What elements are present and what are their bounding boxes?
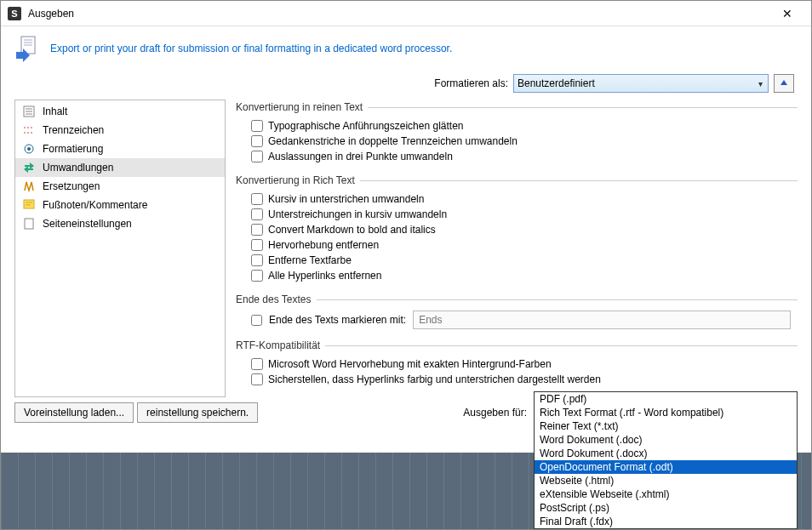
- group-endtext: Ende des Textes Ende des Texts markieren…: [236, 293, 798, 331]
- plain-chk-1[interactable]: [251, 135, 263, 147]
- rich-lbl-0: Kursiv in unterstrichen umwandeln: [268, 193, 424, 205]
- plain-lbl-2: Auslassungen in drei Punkte umwandeln: [268, 151, 453, 162]
- load-preset-button[interactable]: Voreinstellung laden...: [14, 402, 134, 423]
- dropdown-opt-5[interactable]: OpenDocument Format (.odt): [535, 460, 797, 474]
- dropdown-opt-4[interactable]: Word Dokument (.docx): [535, 447, 797, 460]
- group-plaintext: Konvertierung in reinen Text Typographis…: [236, 101, 798, 166]
- rich-chk-3[interactable]: [251, 239, 263, 251]
- format-row: Formatieren als: Benutzerdefiniert: [1, 71, 811, 100]
- legend-plaintext: Konvertierung in reinen Text: [236, 101, 368, 113]
- header: Export or print your draft for submissio…: [1, 26, 811, 71]
- sidebar-item-3[interactable]: Umwandlungen: [15, 158, 225, 177]
- sidebar-item-2[interactable]: Formatierung: [15, 140, 225, 158]
- replace-icon: [22, 180, 36, 193]
- notes-icon: [22, 198, 36, 212]
- dropdown-opt-0[interactable]: PDF (.pdf): [535, 392, 797, 406]
- rich-lbl-4: Entferne Textfarbe: [268, 254, 352, 266]
- body: InhaltTrennzeichenFormatierungUmwandlung…: [1, 100, 811, 397]
- group-rtfcompat: RTF-Kompatibilität Microsoft Word Hervor…: [236, 339, 798, 389]
- transform-icon: [22, 161, 36, 174]
- dropdown-opt-7[interactable]: eXtensible Webseite (.xhtml): [535, 487, 797, 501]
- plain-lbl-0: Typographische Anführungszeichen glätten: [268, 120, 464, 132]
- rich-lbl-2: Convert Markdown to bold and italics: [268, 224, 436, 236]
- end-input[interactable]: [413, 311, 791, 329]
- rtf-chk-1[interactable]: [251, 373, 263, 385]
- sidebar-item-0[interactable]: Inhalt: [15, 102, 225, 121]
- plain-lbl-1: Gedankenstriche in doppelte Trennzeichen…: [268, 135, 518, 147]
- sidebar-item-1[interactable]: Trennzeichen: [15, 121, 225, 140]
- titlebar: S Ausgeben ✕: [1, 1, 811, 26]
- end-label: Ende des Texts markieren mit:: [269, 314, 406, 326]
- dropdown-opt-2[interactable]: Reiner Text (*.txt): [535, 419, 797, 433]
- sidebar-label: Trennzeichen: [43, 124, 104, 136]
- rtf-lbl-0: Microsoft Word Hervorhebung mit exakten …: [268, 358, 552, 370]
- export-icon: [14, 35, 42, 62]
- rich-chk-2[interactable]: [251, 224, 263, 236]
- sidebar-item-4[interactable]: Ersetzungen: [15, 177, 225, 196]
- rich-lbl-5: Alle Hyperlinks entfernen: [268, 270, 381, 282]
- dropdown-opt-6[interactable]: Webseite (.html): [535, 474, 797, 487]
- export-dialog: S Ausgeben ✕ Export or print your draft …: [0, 0, 812, 530]
- sidebar: InhaltTrennzeichenFormatierungUmwandlung…: [14, 100, 226, 397]
- dropdown-opt-3[interactable]: Word Dokument (.doc): [535, 433, 797, 447]
- plain-chk-2[interactable]: [251, 151, 263, 162]
- rich-chk-5[interactable]: [251, 270, 263, 282]
- app-icon: S: [8, 7, 21, 20]
- sidebar-item-6[interactable]: Seiteneinstellungen: [15, 214, 225, 233]
- end-checkbox[interactable]: [251, 315, 262, 326]
- legend-endtext: Ende des Textes: [236, 293, 317, 305]
- page-icon: [22, 217, 36, 231]
- dropdown-opt-8[interactable]: PostScript (.ps): [535, 501, 797, 515]
- format-icon: [22, 142, 36, 156]
- separator-icon: [22, 123, 36, 137]
- rtf-lbl-1: Sicherstellen, dass Hyperlinks farbig un…: [268, 373, 601, 385]
- sidebar-label: Formatierung: [43, 143, 103, 155]
- dropdown-opt-9[interactable]: Final Draft (.fdx): [535, 515, 797, 528]
- svg-rect-15: [25, 219, 33, 229]
- svg-rect-12: [24, 200, 34, 208]
- window-title: Ausgeben: [28, 8, 770, 20]
- output-dropdown[interactable]: PDF (.pdf)Rich Text Format (.rtf - Word …: [534, 391, 798, 529]
- format-select[interactable]: Benutzerdefiniert: [513, 74, 769, 93]
- rich-chk-4[interactable]: [251, 254, 263, 266]
- output-label: Ausgeben für:: [463, 407, 527, 419]
- sidebar-label: Ersetzungen: [43, 180, 100, 192]
- header-description: Export or print your draft for submissio…: [50, 43, 452, 54]
- rich-lbl-3: Hervorhebung entfernen: [268, 239, 379, 251]
- group-richtext: Konvertierung in Rich Text Kursiv in unt…: [236, 174, 798, 285]
- format-up-button[interactable]: [774, 74, 794, 93]
- sidebar-label: Inhalt: [43, 105, 67, 117]
- rich-lbl-1: Unterstreichungen in kursiv umwandeln: [268, 208, 447, 220]
- sidebar-label: Umwandlungen: [43, 162, 113, 174]
- rich-chk-1[interactable]: [251, 208, 263, 220]
- rich-chk-0[interactable]: [251, 193, 263, 205]
- plain-chk-0[interactable]: [251, 120, 263, 132]
- save-preset-button[interactable]: reinstellung speichern.: [137, 402, 258, 423]
- legend-richtext: Konvertierung in Rich Text: [236, 174, 360, 186]
- sidebar-label: Fußnoten/Kommentare: [43, 199, 147, 211]
- svg-point-11: [27, 147, 31, 151]
- sidebar-label: Seiteneinstellungen: [43, 218, 132, 230]
- legend-rtfcompat: RTF-Kompatibilität: [236, 339, 325, 351]
- content-panel: Konvertierung in reinen Text Typographis…: [236, 100, 798, 397]
- format-value: Benutzerdefiniert: [518, 77, 595, 89]
- close-button[interactable]: ✕: [770, 2, 804, 26]
- dropdown-opt-1[interactable]: Rich Text Format (.rtf - Word kompatibel…: [535, 406, 797, 419]
- sidebar-item-5[interactable]: Fußnoten/Kommentare: [15, 196, 225, 214]
- rtf-chk-0[interactable]: [251, 358, 263, 370]
- content-icon: [22, 105, 36, 118]
- format-label: Formatieren als:: [434, 77, 508, 89]
